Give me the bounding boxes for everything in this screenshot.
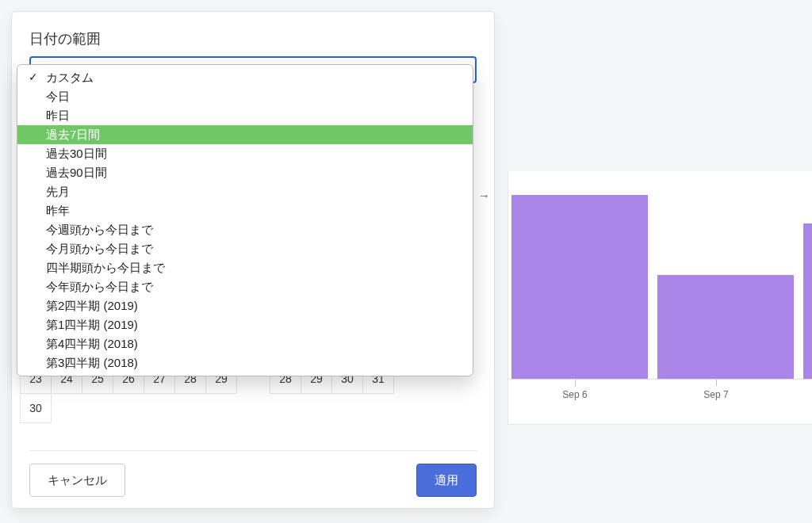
calendar-day[interactable]: 30 [20, 393, 52, 423]
date-range-option[interactable]: 過去7日間 [17, 125, 473, 144]
modal-title: 日付の範囲 [29, 29, 477, 48]
chart-bar [803, 223, 812, 380]
calendar-day [113, 393, 144, 423]
bar-chart-panel: Sep 6 Sep 7 [508, 171, 812, 425]
axis-label: Sep 6 [562, 389, 587, 400]
axis-tick [716, 380, 717, 386]
date-range-option[interactable]: 今週頭から今日まで [17, 220, 473, 239]
calendar-day [144, 393, 175, 423]
chart-bar [657, 275, 794, 379]
date-range-option[interactable]: 先月 [17, 182, 473, 201]
date-range-option[interactable]: 第2四半期 (2019) [17, 296, 473, 315]
calendar-day [205, 393, 237, 423]
date-range-option[interactable]: 四半期頭から今日まで [17, 258, 473, 277]
date-range-option[interactable]: 過去90日間 [17, 163, 473, 182]
chart-bar [511, 195, 648, 379]
calendar-day [174, 393, 206, 423]
date-range-option[interactable]: 第3四半期 (2018) [17, 353, 473, 372]
date-range-option[interactable]: 今年頭から今日まで [17, 277, 473, 296]
date-range-option[interactable]: 昨日 [17, 106, 473, 125]
date-range-option[interactable]: 過去30日間 [17, 144, 473, 163]
axis-label: Sep 7 [703, 389, 728, 400]
modal-button-row: キャンセル 適用 [29, 450, 477, 497]
chart-x-axis: Sep 6 Sep 7 [508, 379, 812, 403]
date-range-option[interactable]: 第1四半期 (2019) [17, 315, 473, 334]
date-range-option[interactable]: 今月頭から今日まで [17, 239, 473, 258]
date-range-option[interactable]: 今日 [17, 87, 473, 106]
calendar-day [82, 393, 113, 423]
cancel-button[interactable]: キャンセル [29, 464, 125, 497]
date-range-option[interactable]: 昨年 [17, 201, 473, 220]
date-range-option[interactable]: カスタム [17, 68, 473, 87]
calendar-day [51, 393, 82, 423]
bar-chart [508, 171, 812, 379]
arrow-right-icon: → [478, 189, 490, 202]
axis-tick [575, 380, 576, 386]
apply-button[interactable]: 適用 [416, 464, 477, 497]
date-range-dropdown[interactable]: カスタム今日昨日過去7日間過去30日間過去90日間先月昨年今週頭から今日まで今月… [17, 64, 473, 376]
date-range-option[interactable]: 第4四半期 (2018) [17, 334, 473, 353]
